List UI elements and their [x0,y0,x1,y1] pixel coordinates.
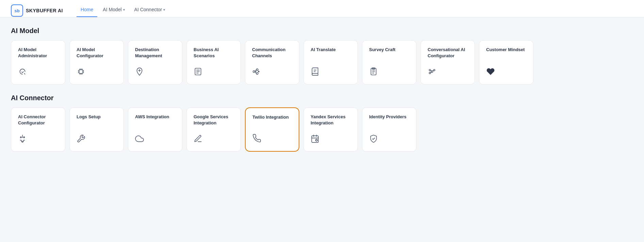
card-icon-clipboard [369,67,409,78]
card-title: Destination Management [135,47,175,59]
card-ai-model-admin[interactable]: AI Model Administrator [11,40,65,85]
card-icon-pen [194,134,234,145]
ai-connector-section: AI Connector AI Connector Configurator L… [11,94,633,152]
card-title: Communication Channels [252,47,292,59]
card-icon-wrench [77,134,117,145]
nav-ai-model[interactable]: AI Model ▾ [99,4,129,17]
card-title: Business AI Scenarios [194,47,234,59]
card-title: AI Model Configurator [77,47,117,59]
logo-name: SKYBUFFER AI [26,8,63,13]
card-icon-shield-check [369,134,409,145]
svg-point-5 [258,71,259,72]
card-icon-nodes [252,67,292,78]
card-business-ai[interactable]: Business AI Scenarios [186,40,241,85]
card-title: Yandex Services Integration [311,114,351,126]
card-conv-ai-config[interactable]: Conversational AI Configurator [420,40,475,85]
card-icon-destination [135,67,175,78]
card-yandex-services[interactable]: Yandex Services Integration [303,107,358,152]
card-icon-phone [252,134,292,145]
svg-rect-12 [312,136,318,142]
card-icon-hook [18,67,58,78]
card-icon-book [311,67,351,78]
card-ai-connector-config[interactable]: AI Connector Configurator [11,107,65,152]
card-icon-cloud [135,134,175,145]
card-title: AI Translate [311,47,351,53]
ai-model-section: AI Model AI Model Administrator AI Model… [11,27,633,85]
card-title: Customer Mindset [486,47,526,53]
card-title: AWS Integration [135,114,175,120]
card-title: Google Services Integration [194,114,234,126]
ai-connector-chevron: ▾ [163,8,165,12]
card-ai-translate[interactable]: AI Translate [303,40,358,85]
svg-point-11 [429,72,430,74]
card-icon-cpu [77,67,117,78]
card-destination-mgmt[interactable]: Destination Management [128,40,182,85]
nav-home[interactable]: Home [77,4,97,17]
nav-ai-connector[interactable]: AI Connector ▾ [130,4,169,17]
card-title: Twilio Integration [252,114,292,120]
card-twilio-integration[interactable]: Twilio Integration [245,107,299,152]
logo: sb SKYBUFFER AI [11,4,63,17]
svg-rect-0 [79,70,83,74]
card-title: Survey Craft [369,47,409,53]
main-content: AI Model AI Model Administrator AI Model… [0,17,644,171]
card-google-services[interactable]: Google Services Integration [186,107,241,152]
card-comm-channels[interactable]: Communication Channels [245,40,299,85]
card-survey-craft[interactable]: Survey Craft [362,40,416,85]
ai-model-chevron: ▾ [123,8,125,12]
svg-point-10 [433,70,435,71]
card-customer-mindset[interactable]: Customer Mindset [479,40,533,85]
card-title: AI Model Administrator [18,47,58,59]
card-icon-plug [18,134,58,145]
ai-model-cards: AI Model Administrator AI Model Configur… [11,40,633,85]
card-icon-heart [486,67,526,78]
ai-model-title: AI Model [11,27,633,35]
card-title: Identity Providers [369,114,409,120]
ai-connector-cards: AI Connector Configurator Logs Setup AWS… [11,107,633,152]
card-identity-providers[interactable]: Identity Providers [362,107,416,152]
card-title: Logs Setup [77,114,117,120]
header: sb SKYBUFFER AI Home AI Model ▾ AI Conne… [0,0,644,17]
svg-point-9 [429,70,430,71]
logo-icon: sb [11,4,23,17]
ai-connector-title: AI Connector [11,94,633,102]
main-nav: Home AI Model ▾ AI Connector ▾ [77,4,169,17]
card-ai-model-config[interactable]: AI Model Configurator [69,40,124,85]
card-logs-setup[interactable]: Logs Setup [69,107,124,152]
card-icon-list [194,67,234,78]
card-aws-integration[interactable]: AWS Integration [128,107,182,152]
card-icon-circles [428,67,468,78]
card-title: Conversational AI Configurator [428,47,468,59]
card-icon-calendar-gear [311,134,351,145]
card-title: AI Connector Configurator [18,114,58,126]
